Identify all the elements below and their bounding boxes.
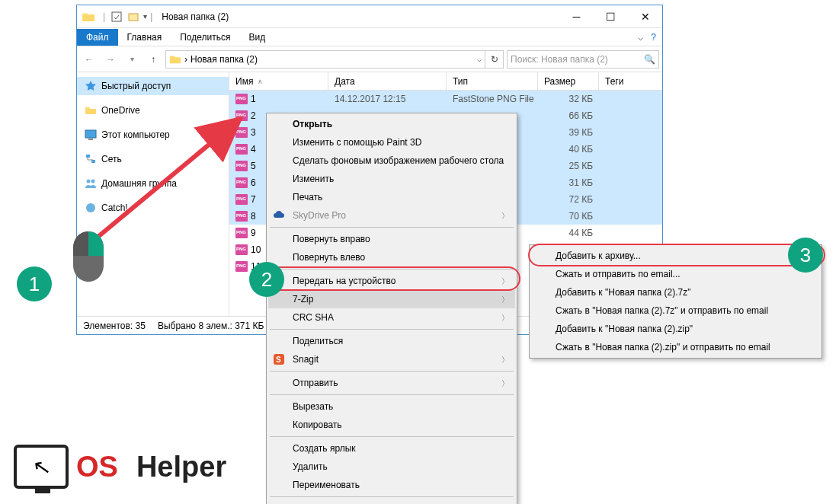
breadcrumb-separator: › [184,54,187,65]
qat-separator-2: | [150,11,152,22]
qat-properties-icon[interactable] [110,11,123,23]
column-name[interactable]: Имя∧ [229,72,328,90]
titlebar[interactable]: | ▾ | Новая папка (2) ─ ☐ ✕ [77,5,662,28]
qat-dropdown-icon[interactable]: ▾ [143,12,147,21]
ribbon-expand-icon[interactable]: ⌵ [638,32,643,43]
menu-separator [270,227,514,228]
menu-crcsha[interactable]: CRC SHA〉 [268,308,515,327]
menu-rotate-right[interactable]: Повернуть вправо [268,230,515,248]
menu-properties[interactable]: Свойства [268,499,515,504]
cloud-icon [273,209,285,222]
submenu-compress-7z-email[interactable]: Сжать в "Новая папка (2).7z" и отправить… [531,301,820,320]
menu-separator [270,436,514,437]
column-type[interactable]: Тип [447,72,538,90]
submenu-arrow-icon: 〉 [501,313,509,324]
tab-home[interactable]: Главная [118,29,171,46]
nav-up-button[interactable]: ↑ [144,50,162,69]
menu-shortcut[interactable]: Создать ярлык [268,439,515,458]
qat-newfolder-icon[interactable] [127,11,139,23]
menu-sendto[interactable]: Отправить〉 [268,374,515,392]
menu-rotate-left[interactable]: Повернуть влево [268,248,515,266]
png-file-icon [235,261,248,272]
help-icon[interactable]: ? [651,32,656,43]
menu-skydrive[interactable]: SkyDrive Pro〉 [268,206,515,225]
file-row[interactable]: 114.12.2017 12:15FastStone PNG File32 КБ [229,91,662,107]
menu-separator [270,329,514,330]
menu-separator [270,371,514,372]
svg-rect-0 [112,12,121,21]
submenu-compress-email[interactable]: Сжать и отправить по email... [531,265,820,283]
submenu-add-zip[interactable]: Добавить к "Новая папка (2).zip" [531,320,820,338]
watermark-logo: ↖ OS Helper [14,445,226,489]
annotation-badge-1: 1 [17,266,52,301]
menu-rename[interactable]: Переименовать [268,476,515,494]
column-date[interactable]: Дата [328,72,447,90]
tab-view[interactable]: Вид [239,29,274,46]
address-dropdown-icon[interactable]: ⌵ [477,55,482,63]
menu-print[interactable]: Печать [268,188,515,206]
svg-line-11 [95,119,240,239]
submenu-arrow-icon: 〉 [501,295,509,305]
folder-icon-small [169,53,181,65]
address-bar[interactable]: › Новая папка (2) ⌵ [165,50,485,69]
sidebar-item-quick-access[interactable]: Быстрый доступ [77,77,229,95]
annotation-badge-3: 3 [788,238,823,273]
sidebar-item-label: Быстрый доступ [101,81,171,91]
navbar: ← → ▾ ↑ › Новая папка (2) ⌵ ↻ 🔍 [77,46,662,72]
logo-text-helper: Helper [136,451,226,483]
ribbon: Файл Главная Поделиться Вид ⌵ ? [77,28,662,46]
annotation-badge-2: 2 [249,262,284,297]
search-box[interactable]: 🔍 [507,50,659,69]
column-size[interactable]: Размер [538,72,599,90]
menu-separator [270,394,514,395]
qat-separator: | [103,11,105,22]
highlight-ring-3 [528,244,825,266]
search-icon[interactable]: 🔍 [644,54,655,65]
menu-separator [270,496,514,497]
menu-share[interactable]: Поделиться [268,332,515,350]
folder-icon [82,10,95,24]
tab-share[interactable]: Поделиться [171,29,239,46]
menu-delete[interactable]: Удалить [268,458,515,476]
maximize-button[interactable]: ☐ [594,5,628,27]
refresh-button[interactable]: ↻ [485,50,504,69]
submenu-arrow-icon: 〉 [501,378,509,389]
context-menu: Открыть Изменить с помощью Paint 3D Сдел… [266,113,517,504]
menu-edit[interactable]: Изменить [268,170,515,188]
annotation-arrow [88,110,255,247]
svg-text:S: S [276,356,281,364]
nav-recent-button[interactable]: ▾ [123,50,141,69]
cursor-icon: ↖ [30,453,52,480]
submenu-arrow-icon: 〉 [501,355,509,365]
close-button[interactable]: ✕ [628,5,662,27]
menu-open[interactable]: Открыть [268,115,515,133]
snagit-icon: S [273,353,285,365]
menu-copy[interactable]: Копировать [268,416,515,434]
search-input[interactable] [511,54,641,65]
submenu-compress-zip-email[interactable]: Сжать в "Новая папка (2).zip" и отправит… [531,338,820,356]
column-tags[interactable]: Теги [599,72,662,90]
svg-rect-1 [129,14,138,21]
logo-text-os: OS [76,451,118,483]
menu-cut[interactable]: Вырезать [268,397,515,416]
nav-back-button[interactable]: ← [80,50,98,69]
menu-paint3d[interactable]: Изменить с помощью Paint 3D [268,133,515,152]
breadcrumb-current[interactable]: Новая папка (2) [191,54,258,65]
png-file-icon [235,94,248,104]
menu-7zip[interactable]: 7-Zip〉 [268,290,515,308]
highlight-ring-2 [265,266,520,291]
menu-wallpaper[interactable]: Сделать фоновым изображением рабочего ст… [268,152,515,170]
status-count: Элементов: 35 [83,321,146,331]
window-title: Новая папка (2) [162,11,229,22]
submenu-add-7z[interactable]: Добавить к "Новая папка (2).7z" [531,283,820,301]
menu-snagit[interactable]: SSnagit〉 [268,350,515,368]
logo-screen-icon: ↖ [14,445,69,489]
minimize-button[interactable]: ─ [559,5,594,27]
tab-file[interactable]: Файл [77,29,118,46]
mouse-icon [70,230,107,283]
star-icon [85,80,97,92]
status-selection: Выбрано 8 элем.: 371 КБ [158,321,264,331]
nav-forward-button[interactable]: → [101,50,120,69]
submenu-arrow-icon: 〉 [501,211,509,222]
